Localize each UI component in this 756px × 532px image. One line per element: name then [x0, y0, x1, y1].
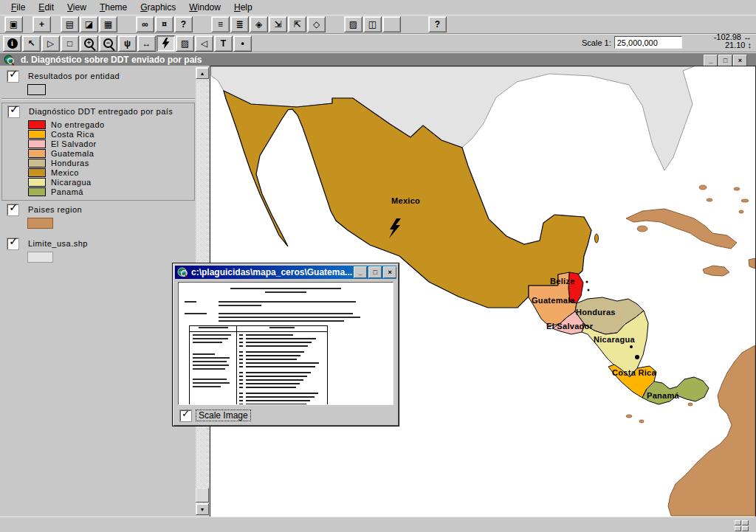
legend-theme-limite[interactable]: ✓ Limite_usa.shp: [1, 232, 195, 263]
add-theme-button[interactable]: +: [32, 16, 51, 32]
island-pearl-2: [639, 420, 644, 423]
magnifier-plus-icon: +: [84, 38, 94, 48]
zoom-out-extent-button[interactable]: ⇱: [288, 16, 306, 32]
view-window-titlebar[interactable]: d. Diagnóstico sobre DDT enviado por paí…: [0, 52, 756, 66]
blank-button[interactable]: [382, 16, 401, 32]
identify-tool[interactable]: i: [3, 35, 21, 52]
tile-panes-icon[interactable]: [735, 520, 749, 531]
save-project-button[interactable]: ▣: [4, 16, 23, 32]
pointer-arrow-icon: ↖: [27, 39, 35, 48]
theme-checkbox-diagnostico[interactable]: ✓: [8, 106, 19, 117]
belize-cay-2: [588, 289, 590, 291]
hotlink-tool[interactable]: [157, 35, 175, 52]
island-bahamas-2: [707, 198, 712, 201]
scanned-document: [179, 283, 393, 404]
island-bahamas-3: [734, 187, 740, 190]
image-window-titlebar[interactable]: c:\plaguicidas\mapa_ceros\Guatema... _ □…: [175, 266, 396, 279]
identify-icon: i: [7, 38, 18, 49]
zoom-out-tool[interactable]: −: [99, 35, 117, 52]
menu-file[interactable]: File: [4, 1, 32, 14]
menu-graphics[interactable]: Graphics: [134, 1, 182, 14]
image-window-icon: [177, 267, 188, 278]
properties-icon: ▤: [66, 20, 74, 29]
pan-tool[interactable]: ψ: [118, 35, 137, 52]
theme-checkbox-paises[interactable]: ✓: [7, 204, 18, 215]
dither-small-icon: ▨: [181, 39, 189, 48]
island-sanblas: [688, 403, 693, 406]
menu-theme[interactable]: Theme: [93, 1, 134, 14]
map-label-panama: Panamá: [647, 391, 679, 400]
view-minimize-button[interactable]: _: [704, 55, 718, 66]
menu-window[interactable]: Window: [182, 1, 227, 14]
menu-help[interactable]: Help: [227, 1, 259, 14]
image-minimize-button[interactable]: _: [354, 266, 367, 278]
select-by-graphic-button[interactable]: ▨: [344, 16, 362, 32]
menu-edit[interactable]: Edit: [32, 1, 61, 14]
pointer-tool[interactable]: ↖: [22, 35, 41, 52]
image-maximize-button[interactable]: □: [368, 266, 382, 278]
zoom-full-extent-button[interactable]: ≡: [211, 16, 230, 32]
check-icon: ✓: [10, 103, 19, 116]
menu-view[interactable]: View: [61, 1, 93, 14]
label-flag-icon: ◁: [201, 39, 207, 48]
island-pearl-1: [626, 415, 632, 418]
find-button[interactable]: ∞: [136, 16, 154, 32]
lake-managua: [630, 345, 633, 348]
theme-checkbox-resultados[interactable]: ✓: [7, 71, 18, 82]
legend-theme-diagnostico[interactable]: ✓ Diagnóstico DDT entregado por país No …: [1, 103, 195, 201]
class-label: No entregado: [51, 120, 105, 129]
theme-checkbox-limite[interactable]: ✓: [7, 238, 18, 249]
select-rect-icon: □: [67, 39, 72, 48]
view-close-button[interactable]: ×: [733, 55, 747, 66]
legend-theme-resultados[interactable]: ✓ Resultados por entidad: [1, 67, 195, 95]
class-label: Honduras: [51, 159, 89, 167]
label-tool[interactable]: ◁: [195, 35, 213, 52]
help-pointer-icon: ?: [435, 20, 440, 29]
vertex-edit-tool[interactable]: ▷: [41, 35, 60, 52]
view-restore-button[interactable]: □: [718, 55, 732, 66]
draw-point-tool[interactable]: •: [233, 35, 252, 52]
lightning-icon: [162, 38, 170, 49]
zoom-previous-button[interactable]: ◇: [307, 16, 326, 32]
scrollbar-thumb[interactable]: [196, 488, 209, 502]
legend-class-row: Costa Rica: [28, 129, 194, 139]
legend-theme-paises[interactable]: ✓ Paises region: [1, 201, 195, 229]
theme-label: Diagnóstico DDT entregado por país: [29, 106, 173, 116]
legend-class-row: Honduras: [28, 158, 194, 167]
zoom-active-theme-button[interactable]: ≣: [230, 16, 249, 32]
table-icon: ▦: [104, 20, 112, 29]
open-theme-table-button[interactable]: ▦: [99, 16, 117, 32]
scroll-down-button[interactable]: ▼: [196, 503, 209, 515]
zoom-in-extent-button[interactable]: ⇲: [269, 16, 287, 32]
scale-input[interactable]: [614, 36, 682, 49]
measure-tool[interactable]: ↔: [137, 35, 156, 52]
legend-class-row: No entregado: [28, 120, 194, 129]
zoom-selected-features-button[interactable]: ◈: [250, 16, 268, 32]
theme-properties-button[interactable]: ▤: [61, 16, 79, 32]
text-tool[interactable]: T: [214, 35, 233, 52]
map-label-nicaragua: Nicaragua: [594, 335, 635, 344]
coordinate-readout: -102.98 ↔ 21.10 ↕: [714, 33, 752, 49]
image-document-window[interactable]: c:\plaguicidas\mapa_ceros\Guatema... _ □…: [172, 263, 399, 426]
class-swatch: [28, 187, 46, 196]
edit-legend-button[interactable]: ◪: [80, 16, 98, 32]
scale-label: Scale 1:: [582, 38, 611, 47]
image-close-button[interactable]: ×: [383, 266, 396, 278]
select-feature-tool[interactable]: □: [61, 35, 79, 52]
query-builder-button[interactable]: ?: [174, 16, 193, 32]
zoom-in-tool[interactable]: +: [80, 35, 98, 52]
scale-image-checkbox[interactable]: ✓: [180, 410, 191, 421]
scanned-table: [189, 325, 328, 404]
binoculars-icon: ∞: [142, 20, 148, 29]
help-button[interactable]: ?: [428, 16, 447, 32]
scroll-up-button[interactable]: ▲: [196, 67, 209, 79]
map-label-mexico: Mexico: [391, 196, 420, 205]
pan-hand-icon: ψ: [124, 39, 131, 48]
check-icon: ✓: [9, 235, 18, 248]
area-select-tool[interactable]: ▨: [176, 35, 194, 52]
locate-button[interactable]: ¤: [155, 16, 173, 32]
layout-button[interactable]: ◫: [363, 16, 382, 32]
scale-image-label[interactable]: Scale Image: [196, 410, 251, 421]
lake-nicaragua: [635, 355, 639, 359]
island-bahamas-1: [699, 185, 707, 190]
